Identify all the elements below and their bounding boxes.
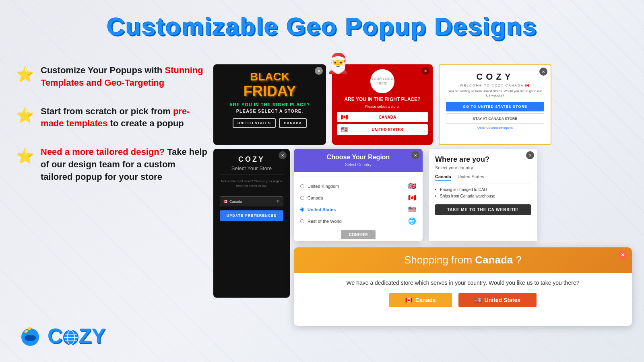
shopping-us-button[interactable]: 🇺🇸 United States bbox=[458, 293, 537, 307]
us-flag-region-icon: 🇺🇸 bbox=[408, 206, 416, 213]
cozy-white-subtitle: WELCOME TO COZY CANADA 🇨🇦 bbox=[446, 84, 544, 87]
region-header: Choose Your Region Select Country bbox=[294, 149, 423, 172]
shopping-header: Shopping from Canada ? bbox=[294, 247, 632, 273]
region-option-row[interactable]: Rest of the World 🌐 bbox=[300, 215, 416, 227]
us-flag-shopping: 🇺🇸 bbox=[475, 297, 481, 303]
cozy-white-description: You are visiting us from United States. … bbox=[446, 89, 544, 98]
star-icon-2: ⭐ bbox=[16, 107, 34, 124]
logo-c: C bbox=[47, 324, 63, 348]
cozy-dark-divider bbox=[220, 175, 283, 175]
feature-text-3: Need a more tailored design? Take help o… bbox=[41, 146, 209, 183]
feature-item-2: ⭐ Start from scratch or pick from pre-ma… bbox=[16, 105, 209, 130]
region-divider bbox=[300, 177, 416, 177]
christmas-us-label: UNITED STATES bbox=[351, 128, 424, 132]
popup-cozy-white: ✕ COZY WELCOME TO COZY CANADA 🇨🇦 You are… bbox=[439, 64, 551, 145]
cozy-dark-select-value: 🇨🇦 Canada bbox=[223, 200, 242, 204]
region-title: Choose Your Region bbox=[300, 154, 416, 161]
bf-description: PLEASE SELECT A STORE. bbox=[220, 109, 320, 113]
bf-black: BLACK bbox=[220, 71, 320, 83]
where-info-item-1: Pricing is changed to CAD bbox=[440, 187, 531, 193]
popup-cozy-white-close[interactable]: ✕ bbox=[539, 68, 547, 76]
region-option-us[interactable]: United States 🇺🇸 bbox=[300, 204, 416, 215]
christmas-logo-placeholder: YOUR LOGO HERE bbox=[370, 69, 394, 93]
cozy-white-other-regions-link[interactable]: Other Countries/Regions bbox=[446, 126, 544, 130]
popup-black-friday: ✕ BLACK FRIDAY ARE YOU IN THE RIGHT PLAC… bbox=[213, 64, 326, 145]
where-tab-us[interactable]: United States bbox=[458, 174, 484, 181]
where-tab-canada[interactable]: Canada bbox=[435, 174, 451, 181]
chevron-down-icon: ▼ bbox=[276, 199, 280, 204]
christmas-description: Please select a store. bbox=[337, 105, 428, 109]
christmas-title: ARE YOU IN THE RIGHT PLACE? bbox=[337, 97, 428, 102]
popup-black-friday-close[interactable]: ✕ bbox=[315, 67, 323, 75]
canada-flag-region-icon: 🇨🇦 bbox=[408, 194, 416, 202]
feature-highlight-3: Need a more tailored design? bbox=[41, 147, 165, 157]
christmas-canada-label: CANADA bbox=[351, 115, 424, 119]
popup-cozy-dark: ✕ COZY Select Your Store Not on the righ… bbox=[213, 149, 290, 298]
feature-highlight-1: Stunning Templates and Geo-Targeting bbox=[41, 65, 203, 88]
region-option-canada[interactable]: Canada 🇨🇦 bbox=[300, 192, 416, 204]
star-icon-1: ⭐ bbox=[16, 66, 34, 83]
cozy-white-brand: COZY bbox=[446, 72, 544, 82]
star-icon-3: ⭐ bbox=[16, 148, 34, 165]
cozy-dark-brand: COZY bbox=[220, 155, 283, 164]
region-radio-us[interactable] bbox=[300, 208, 304, 212]
where-title: Where are you? bbox=[435, 155, 531, 164]
shopping-canada-button[interactable]: 🇨🇦 Canada bbox=[389, 293, 452, 307]
cozy-dark-divider-2 bbox=[220, 192, 283, 192]
popup-region: ✕ Choose Your Region Select Country Unit… bbox=[294, 149, 423, 241]
region-option-uk[interactable]: United Kingdom 🇬🇧 bbox=[300, 180, 416, 192]
features-panel: ⭐ Customize Your Popups with Stunning Te… bbox=[16, 64, 209, 200]
cozy-white-go-us-button[interactable]: GO TO UNITED STATES STORE bbox=[446, 102, 544, 111]
shopping-canada-label: Canada bbox=[415, 297, 436, 303]
christmas-us-button[interactable]: 🇺🇸 UNITED STATES bbox=[337, 124, 428, 135]
region-radio-row[interactable] bbox=[300, 219, 304, 223]
santa-hat-decoration: 🎅 bbox=[326, 52, 350, 75]
cozy-dark-update-button[interactable]: UPDATE PREFERENCES bbox=[220, 210, 283, 221]
row-country-label: Rest of the World bbox=[308, 219, 342, 224]
where-info-item-2: Ships from Canada warehouse bbox=[440, 193, 531, 200]
region-radio-uk[interactable] bbox=[300, 184, 304, 188]
bf-subtitle: ARE YOU IN THE RIGHT PLACE? bbox=[220, 102, 320, 107]
popup-cozy-dark-close[interactable]: ✕ bbox=[279, 151, 287, 159]
where-tabs: Canada United States bbox=[435, 174, 531, 183]
cozy-white-stay-canada-button[interactable]: STAY AT CANADA STORE bbox=[446, 113, 544, 124]
feature-item-3: ⭐ Need a more tailored design? Take help… bbox=[16, 146, 209, 183]
region-confirm-button[interactable]: CONFIRM bbox=[341, 230, 376, 239]
feature-text-1: Customize Your Popups with Stunning Temp… bbox=[41, 64, 209, 89]
feature-text-2: Start from scratch or pick from pre-made… bbox=[41, 105, 209, 130]
region-radio-canada[interactable] bbox=[300, 196, 304, 200]
logo-globe-icon bbox=[63, 325, 79, 346]
shopping-body: We have a dedicated store which serves i… bbox=[294, 273, 632, 314]
shopping-title: Shopping from Canada ? bbox=[303, 254, 622, 266]
popup-shopping: ✕ Shopping from Canada ? We have a dedic… bbox=[294, 247, 632, 326]
bf-us-button[interactable]: UNITED STATES bbox=[233, 118, 276, 128]
canada-flag-small: 🇨🇦 bbox=[525, 84, 530, 87]
bf-canada-button[interactable]: CANADA bbox=[279, 118, 307, 128]
where-subtitle: Select your country: bbox=[435, 165, 531, 170]
canada-flag-icon: 🇨🇦 bbox=[341, 114, 348, 120]
svg-point-1 bbox=[25, 335, 36, 341]
world-flag-icon: 🌐 bbox=[408, 217, 416, 225]
christmas-canada-button[interactable]: 🇨🇦 CANADA bbox=[337, 112, 428, 122]
popup-shopping-close[interactable]: ✕ bbox=[618, 251, 627, 259]
shopping-buttons: 🇨🇦 Canada 🇺🇸 United States bbox=[303, 293, 622, 307]
where-info-list: Pricing is changed to CAD Ships from Can… bbox=[435, 187, 531, 200]
uk-country-label: United Kingdom bbox=[308, 184, 339, 189]
popup-where-close[interactable]: ✕ bbox=[526, 151, 534, 159]
canada-flag-shopping: 🇨🇦 bbox=[405, 297, 412, 303]
uk-flag-icon: 🇬🇧 bbox=[408, 182, 416, 190]
cozy-dark-subtitle: Select Your Store bbox=[220, 165, 283, 171]
cozy-logo-icon bbox=[16, 322, 44, 350]
shopping-title-prefix: Shopping from bbox=[404, 254, 475, 266]
where-cta-button[interactable]: TAKE ME TO THE CA WEBSITE! bbox=[435, 204, 531, 215]
popup-christmas-close[interactable]: ✕ bbox=[421, 67, 429, 75]
popups-container: 🎅 ✕ BLACK FRIDAY ARE YOU IN THE RIGHT PL… bbox=[213, 60, 636, 354]
logo-zy: ZY bbox=[79, 324, 105, 348]
bf-friday: FRIDAY bbox=[220, 83, 320, 99]
shopping-title-suffix: ? bbox=[516, 254, 522, 266]
shopping-title-country: Canada bbox=[475, 254, 513, 266]
cozy-dark-country-select[interactable]: 🇨🇦 Canada ▼ bbox=[220, 196, 283, 206]
region-body: United Kingdom 🇬🇧 Canada 🇨🇦 United State… bbox=[294, 172, 423, 241]
cozy-dark-description: Not on the right store? Change your regi… bbox=[220, 179, 283, 188]
popup-region-close[interactable]: ✕ bbox=[411, 151, 419, 159]
